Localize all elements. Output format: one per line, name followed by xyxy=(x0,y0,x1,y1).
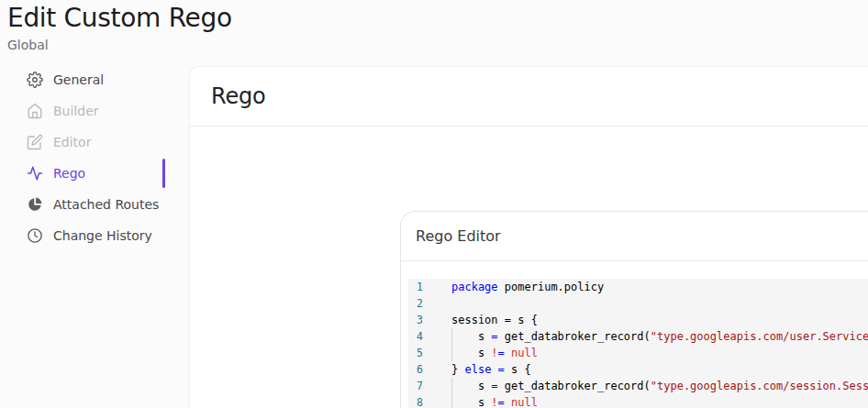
sidebar: General Builder Editor Rego Attached Rou… xyxy=(0,64,189,251)
sidebar-item-label: General xyxy=(53,72,104,87)
code-text: s = get_databroker_record("type.googleap… xyxy=(451,328,868,345)
sidebar-item-label: Change History xyxy=(53,228,152,243)
pie-chart-icon xyxy=(26,196,43,214)
code-line[interactable]: 5 s != null xyxy=(408,345,868,361)
clock-icon xyxy=(26,227,43,245)
code-text: } else = s { xyxy=(451,361,531,378)
sidebar-item-change-history[interactable]: Change History xyxy=(0,220,189,251)
gear-icon xyxy=(26,72,43,89)
page-title: Edit Custom Rego xyxy=(7,0,232,37)
code-lines: 1package pomerium.policy23session = s {4… xyxy=(408,279,868,408)
section-header: Rego xyxy=(190,67,868,127)
line-number: 2 xyxy=(408,295,423,312)
main-panel: Rego Rego Editor 1package pomerium.polic… xyxy=(189,66,868,408)
line-number: 8 xyxy=(408,394,423,408)
page-subtitle: Global xyxy=(7,38,49,52)
rego-editor-card: Rego Editor 1package pomerium.policy23se… xyxy=(400,211,868,408)
line-number: 5 xyxy=(408,345,423,361)
indent-guide xyxy=(451,394,452,408)
code-line[interactable]: 2 xyxy=(408,295,868,312)
indent-guide xyxy=(451,378,452,394)
sidebar-item-label: Rego xyxy=(53,166,85,181)
code-text: s != null xyxy=(451,394,538,408)
line-number: 1 xyxy=(408,279,423,295)
edit-icon xyxy=(26,134,43,151)
line-number: 7 xyxy=(408,378,423,394)
active-item-indicator xyxy=(162,159,165,188)
code-line[interactable]: 8 s != null xyxy=(408,394,868,408)
code-line[interactable]: 6} else = s { xyxy=(408,361,868,378)
code-text: package pomerium.policy xyxy=(451,279,604,295)
sidebar-item-attached-routes[interactable]: Attached Routes xyxy=(0,189,189,220)
sidebar-item-rego[interactable]: Rego xyxy=(0,158,189,189)
sidebar-item-label: Builder xyxy=(53,104,99,118)
code-line[interactable]: 1package pomerium.policy xyxy=(408,279,868,295)
line-number: 4 xyxy=(408,328,423,345)
code-line[interactable]: 7 s = get_databroker_record("type.google… xyxy=(408,378,868,394)
sidebar-item-editor: Editor xyxy=(0,127,189,158)
activity-icon xyxy=(26,165,43,182)
sidebar-item-label: Editor xyxy=(53,135,91,149)
indent-guide xyxy=(451,328,452,345)
home-icon xyxy=(26,103,43,120)
sidebar-item-builder: Builder xyxy=(0,95,189,127)
editor-card-header: Rego Editor xyxy=(401,212,868,261)
section-title: Rego xyxy=(211,83,265,109)
code-text: s != null xyxy=(451,345,538,361)
code-text: session = s { xyxy=(451,312,538,328)
code-line[interactable]: 4 s = get_databroker_record("type.google… xyxy=(408,328,868,345)
indent-guide xyxy=(451,345,452,361)
code-text: s = get_databroker_record("type.googleap… xyxy=(451,378,868,394)
sidebar-item-label: Attached Routes xyxy=(53,197,159,212)
line-number: 6 xyxy=(408,361,423,378)
rego-code-editor[interactable]: 1package pomerium.policy23session = s {4… xyxy=(408,279,868,408)
code-line[interactable]: 3session = s { xyxy=(408,312,868,328)
line-number: 3 xyxy=(408,312,423,328)
sidebar-item-general[interactable]: General xyxy=(0,64,189,95)
editor-card-title: Rego Editor xyxy=(416,227,501,245)
